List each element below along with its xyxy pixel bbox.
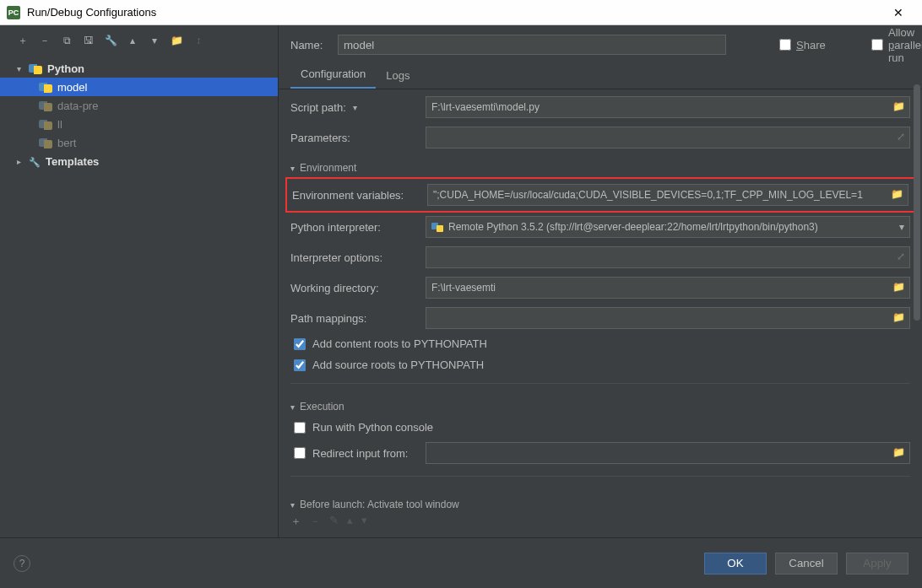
tree-item-bert[interactable]: bert xyxy=(0,133,278,152)
tree-label: bert xyxy=(57,137,76,149)
interpreter-select[interactable]: Remote Python 3.5.2 (sftp://lrt@server-d… xyxy=(426,216,910,238)
name-input[interactable] xyxy=(338,35,726,55)
workdir-input[interactable] xyxy=(426,277,910,299)
add-icon[interactable]: ＋ xyxy=(290,514,301,529)
tree-item-data-pre[interactable]: data-pre xyxy=(0,96,278,115)
add-icon[interactable]: ＋ xyxy=(17,34,29,48)
tree-label: ll xyxy=(57,118,62,131)
sidebar: ＋ － ⧉ 🖫 🔧 ▴ ▾ 📁 ↕ ▾ Python model data-pr… xyxy=(0,25,279,537)
launch-toolbar: ＋ － ✎ ▴ ▾ xyxy=(290,510,910,532)
wrench-icon[interactable]: 🔧 xyxy=(105,35,117,46)
config-tree: ▾ Python model data-pre ll bert ▸ xyxy=(0,56,278,537)
browse-icon[interactable]: 📁 xyxy=(892,311,905,323)
edit-icon[interactable]: ✎ xyxy=(329,514,339,529)
chevron-down-icon: ▾ xyxy=(899,221,904,233)
tree-label: Python xyxy=(47,62,84,75)
environment-section[interactable]: ▾Environment xyxy=(290,157,910,174)
tree-label: model xyxy=(57,81,87,94)
python-icon xyxy=(39,100,52,111)
dialog-footer: ? OK Cancel Apply xyxy=(0,537,922,588)
chevron-right-icon: ▸ xyxy=(17,157,29,166)
chevron-down-icon: ▾ xyxy=(290,500,295,510)
move-up-icon[interactable]: ▴ xyxy=(347,514,353,529)
execution-section[interactable]: ▾Execution xyxy=(290,396,910,413)
before-launch-section[interactable]: ▾Before launch: Activate tool window xyxy=(290,494,910,510)
folder-icon[interactable]: 📁 xyxy=(171,35,182,46)
pathmap-input[interactable] xyxy=(426,307,910,329)
script-path-label[interactable]: Script path: xyxy=(290,101,426,114)
cancel-button[interactable]: Cancel xyxy=(775,553,838,575)
expand-icon[interactable]: ⤢ xyxy=(897,131,905,143)
tree-label: Templates xyxy=(46,155,99,168)
script-path-input[interactable] xyxy=(426,96,910,118)
parameters-label: Parameters: xyxy=(290,132,426,144)
name-label: Name: xyxy=(290,39,329,51)
tab-bar: Configuration Logs xyxy=(279,56,922,89)
move-down-icon[interactable]: ▾ xyxy=(149,35,160,46)
titlebar: PC Run/Debug Configurations ✕ xyxy=(0,0,922,25)
wrench-icon xyxy=(29,155,42,168)
tree-item-model[interactable]: model xyxy=(0,78,278,96)
browse-icon[interactable]: 📁 xyxy=(892,100,905,112)
app-icon: PC xyxy=(7,6,20,19)
tab-configuration[interactable]: Configuration xyxy=(290,62,376,89)
chevron-down-icon: ▾ xyxy=(290,164,295,173)
workdir-label: Working directory: xyxy=(290,282,426,294)
config-toolbar: ＋ － ⧉ 🖫 🔧 ▴ ▾ 📁 ↕ xyxy=(0,25,278,56)
browse-icon[interactable]: 📁 xyxy=(892,446,905,458)
config-panel: Name: SSharehare Allow parallel run Conf… xyxy=(279,25,922,537)
tree-label: data-pre xyxy=(57,100,98,112)
save-icon[interactable]: 🖫 xyxy=(83,35,95,46)
apply-button[interactable]: Apply xyxy=(846,553,908,575)
env-vars-input[interactable] xyxy=(427,184,908,206)
remove-icon[interactable]: － xyxy=(39,34,51,48)
highlight-box: Environment variables: 📁 xyxy=(285,177,915,213)
move-up-icon[interactable]: ▴ xyxy=(127,35,138,46)
share-checkbox[interactable]: SSharehare xyxy=(779,39,818,51)
python-icon xyxy=(431,222,443,232)
interpreter-opts-input[interactable] xyxy=(426,246,910,268)
window-title: Run/Debug Configurations xyxy=(27,6,156,19)
scrollbar[interactable] xyxy=(914,84,920,523)
interpreter-label: Python interpreter: xyxy=(290,221,426,234)
redirect-checkbox[interactable]: Redirect input from: xyxy=(290,447,426,460)
tree-node-templates[interactable]: ▸ Templates xyxy=(0,152,278,170)
chevron-down-icon: ▾ xyxy=(290,402,295,412)
run-console-checkbox[interactable]: Run with Python console xyxy=(290,421,910,434)
python-icon xyxy=(39,137,52,148)
env-vars-label: Environment variables: xyxy=(292,189,427,202)
ok-button[interactable]: OK xyxy=(704,553,767,575)
redirect-input[interactable] xyxy=(426,442,910,464)
sort-icon[interactable]: ↕ xyxy=(193,35,204,46)
remove-icon[interactable]: － xyxy=(310,514,321,529)
interpreter-opts-label: Interpreter options: xyxy=(290,251,426,264)
copy-icon[interactable]: ⧉ xyxy=(61,35,73,46)
expand-icon[interactable]: ⤢ xyxy=(897,251,905,262)
browse-icon[interactable]: 📁 xyxy=(892,281,905,293)
close-icon[interactable]: ✕ xyxy=(881,6,915,19)
python-icon xyxy=(29,62,42,74)
tree-item-ll[interactable]: ll xyxy=(0,115,278,133)
tree-node-python[interactable]: ▾ Python xyxy=(0,59,278,78)
browse-icon[interactable]: 📁 xyxy=(891,188,903,200)
pathmap-label: Path mappings: xyxy=(290,312,426,325)
help-icon[interactable]: ? xyxy=(14,555,30,572)
parameters-input[interactable] xyxy=(426,127,910,148)
python-icon xyxy=(39,118,52,130)
tab-logs[interactable]: Logs xyxy=(376,64,420,89)
chevron-down-icon: ▾ xyxy=(17,64,29,73)
move-down-icon[interactable]: ▾ xyxy=(361,514,367,529)
content-roots-checkbox[interactable]: Add content roots to PYTHONPATH xyxy=(290,337,910,350)
interpreter-value: Remote Python 3.5.2 (sftp://lrt@server-d… xyxy=(448,221,894,233)
source-roots-checkbox[interactable]: Add source roots to PYTHONPATH xyxy=(290,359,910,371)
python-icon xyxy=(39,81,52,93)
